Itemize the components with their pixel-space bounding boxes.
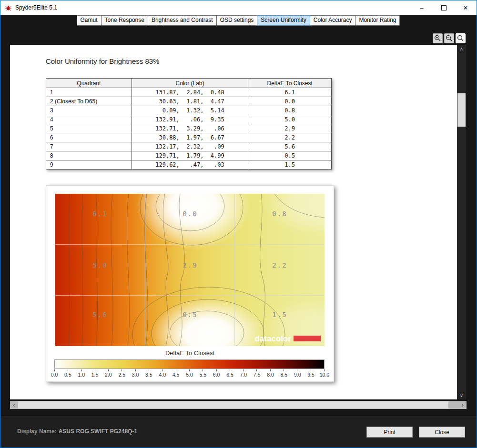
title-area: Spyder5Elite 5.1 — [5, 0, 57, 15]
minimize-icon: – — [420, 4, 423, 11]
scroll-up-arrow-icon[interactable]: ∧ — [457, 45, 466, 53]
deltae-cell: 1.5 — [248, 160, 332, 169]
tick-label: 8.0 — [264, 372, 277, 378]
tick-label: 6.0 — [210, 372, 223, 378]
lab-cell: 30.88, 1.97, 6.67 — [132, 133, 248, 142]
close-dialog-button[interactable]: Close — [419, 427, 465, 438]
deltae-cell: 0.8 — [248, 106, 332, 115]
colorbar-ticks — [54, 369, 325, 371]
close-icon: ✕ — [463, 4, 468, 11]
col-quadrant: Quadrant — [46, 79, 132, 88]
quadrant-cell: 6 — [46, 133, 132, 142]
deltae-cell: 5.6 — [248, 142, 332, 151]
window-controls: – ✕ — [411, 0, 477, 15]
lab-cell: 0.09, 1.32, 5.14 — [132, 106, 248, 115]
zoom-fit-button[interactable] — [456, 33, 466, 43]
minimize-button[interactable]: – — [411, 0, 433, 15]
tab-gamut[interactable]: Gamut — [77, 15, 101, 26]
tick-label: 6.5 — [223, 372, 236, 378]
title-bar: Spyder5Elite 5.1 – ✕ — [0, 0, 477, 15]
tab-monitor-rating[interactable]: Monitor Rating — [355, 15, 400, 26]
tab-color-accuracy[interactable]: Color Accuracy — [310, 15, 356, 26]
tick-label: 4.5 — [169, 372, 183, 378]
datacolor-logo-bar — [294, 336, 321, 341]
lab-cell: 132.17, 2.32, .09 — [132, 142, 248, 151]
col-deltae: DeltaE To Closest — [248, 79, 332, 88]
tick-label: 0.0 — [48, 372, 61, 378]
lab-cell: 129.62, .47, .03 — [132, 160, 248, 169]
deltae-cell: 5.0 — [248, 115, 332, 124]
colorbar-gradient — [54, 359, 325, 369]
quadrant-cell: 3 — [46, 106, 132, 115]
quadrant-cell: 8 — [46, 151, 132, 160]
table-row: 7132.17, 2.32, .095.6 — [46, 142, 332, 151]
table-row: 1131.87, 2.84, 0.486.1 — [46, 88, 332, 97]
lab-cell: 132.91, .06, 9.35 — [132, 115, 248, 124]
tab-osd-settings[interactable]: OSD settings — [216, 15, 258, 26]
app-spider-icon — [5, 4, 12, 11]
tab-brightness-and-contrast[interactable]: Brightness and Contrast — [148, 15, 217, 26]
quadrant-cell: 9 — [46, 160, 132, 169]
tick-label: 8.5 — [277, 372, 291, 378]
display-name: Display Name:ASUS ROG SWIFT PG248Q-1 — [17, 428, 137, 435]
window-title: Spyder5Elite 5.1 — [15, 4, 57, 11]
zoom-in-icon — [434, 35, 441, 42]
colorbar-tick-labels: 0.0 0.5 1.0 1.5 2.0 2.5 3.0 3.5 4.0 4.5 … — [48, 372, 331, 378]
table-row: 9129.62, .47, .031.5 — [46, 160, 332, 169]
deltae-cell: 6.1 — [248, 88, 332, 97]
uniformity-contour-map: 6.1 0.0 0.8 5.0 2.9 2.2 5.6 0.5 1.5 data… — [55, 194, 325, 346]
table-header-row: Quadrant Color (Lab) DeltaE To Closest — [46, 79, 332, 88]
tab-screen-uniformity[interactable]: Screen Uniformity — [257, 15, 310, 26]
maximize-button[interactable] — [433, 0, 455, 15]
close-button[interactable]: ✕ — [455, 0, 477, 15]
map-cell-label: 6.1 — [92, 210, 107, 218]
tick-label: 4.0 — [156, 372, 169, 378]
tick-label: 5.0 — [183, 372, 196, 378]
scroll-left-arrow-icon[interactable]: ‹ — [10, 401, 18, 409]
quadrant-cell: 5 — [46, 124, 132, 133]
vertical-scrollbar-thumb[interactable] — [457, 93, 466, 127]
deltae-cell: 2.2 — [248, 133, 332, 142]
horizontal-scrollbar-thumb[interactable] — [18, 401, 448, 408]
deltae-cell: 2.9 — [248, 124, 332, 133]
zoom-out-button[interactable] — [444, 33, 454, 43]
map-cell-label: 1.5 — [272, 311, 287, 319]
table-row: 3 0.09, 1.32, 5.140.8 — [46, 106, 332, 115]
lab-cell: 132.71, 3.29, .06 — [132, 124, 248, 133]
quadrant-cell: 2 (Closest To D65) — [46, 97, 132, 106]
tab-tone-response[interactable]: Tone Response — [101, 15, 148, 26]
app-window: Spyder5Elite 5.1 – ✕ Gamut Tone Response… — [0, 0, 477, 448]
table-row: 8129.71, 1.79, 4.990.5 — [46, 151, 332, 160]
map-cell-label: 0.0 — [183, 210, 197, 218]
map-cell-label: 0.5 — [183, 311, 197, 319]
map-cell-label: 5.6 — [92, 311, 107, 319]
zoom-in-button[interactable] — [433, 33, 443, 43]
scroll-down-arrow-icon[interactable]: ∨ — [457, 391, 466, 399]
lab-cell: 131.87, 2.84, 0.48 — [132, 88, 248, 97]
tick-label: 0.5 — [61, 372, 74, 378]
map-cell-label: 0.8 — [272, 210, 287, 218]
tick-label: 3.0 — [129, 372, 142, 378]
horizontal-scrollbar[interactable]: ‹ › — [10, 401, 467, 409]
vertical-scrollbar[interactable]: ∧ ∨ — [457, 45, 466, 399]
map-cell-label: 2.2 — [272, 261, 287, 269]
tick-label: 9.0 — [291, 372, 304, 378]
footer-bar: Display Name:ASUS ROG SWIFT PG248Q-1 Pri… — [0, 416, 477, 448]
tick-label: 5.5 — [196, 372, 210, 378]
print-button[interactable]: Print — [366, 427, 413, 438]
tab-bar: Gamut Tone Response Brightness and Contr… — [77, 15, 400, 26]
map-cell-label: 2.9 — [183, 261, 197, 269]
deltae-cell: 0.5 — [248, 151, 332, 160]
table-row: 6 30.88, 1.97, 6.672.2 — [46, 133, 332, 142]
colorbar-title: DeltaE To Closest — [46, 349, 334, 357]
uniformity-table: Quadrant Color (Lab) DeltaE To Closest 1… — [46, 78, 332, 169]
tick-label: 2.0 — [101, 372, 115, 378]
tick-label: 3.5 — [142, 372, 155, 378]
lab-cell: 129.71, 1.79, 4.99 — [132, 151, 248, 160]
table-row: 2 (Closest To D65) 30.63, 1.81, 4.470.0 — [46, 97, 332, 106]
scroll-right-arrow-icon[interactable]: › — [458, 401, 467, 409]
tick-label: 1.0 — [75, 372, 88, 378]
report-document: Color Uniformity for Brightness 83% Quad… — [10, 45, 457, 399]
tick-label: 2.5 — [115, 372, 129, 378]
uniformity-map-card: 6.1 0.0 0.8 5.0 2.9 2.2 5.6 0.5 1.5 data… — [46, 185, 334, 382]
